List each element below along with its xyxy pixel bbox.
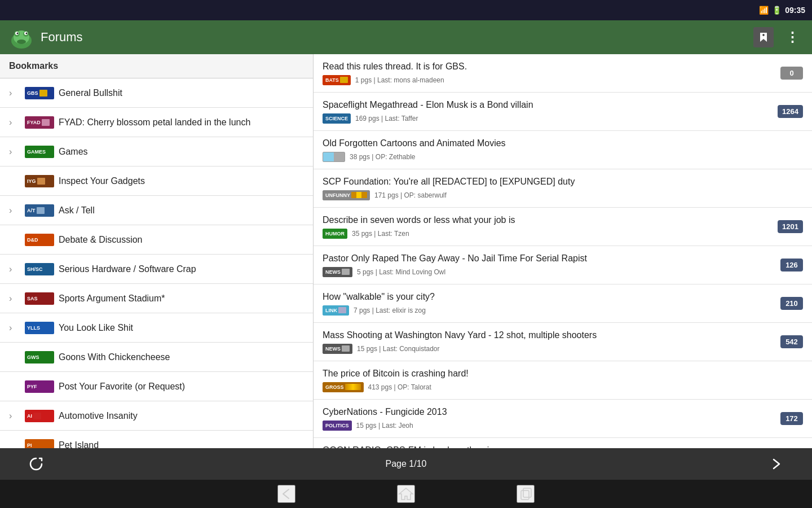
recents-button[interactable] [517,485,535,503]
thread-meta: SCIENCE 169 pgs | Last: Taffer [323,113,771,124]
next-page-button[interactable] [762,450,789,478]
sidebar-item-ai[interactable]: › AI Automotive Insanity [0,401,313,431]
thread-title: Read this rules thread. It is for GBS. [323,61,774,73]
thread-list: Read this rules thread. It is for GBS. B… [314,54,812,448]
thread-pages: 15 pgs | Last: Jeoh [356,422,413,430]
forum-tag-pi: PI [25,439,54,449]
svg-point-6 [17,33,19,34]
thread-title: GOON RADIO: GBS-FM is back on the air [323,445,771,448]
thread-pages: 7 pgs | Last: elixir is zog [354,306,426,314]
thread-item[interactable]: Mass Shooting at Washington Navy Yard - … [314,323,812,361]
forum-name-games: Games [59,147,304,157]
thread-info: The price of Bitcoin is crashing hard! G… [323,368,803,392]
thread-info: Mass Shooting at Washington Navy Yard - … [323,330,774,354]
refresh-button[interactable] [23,450,50,478]
forum-tag-sas: SAS [25,292,54,305]
svg-rect-13 [523,488,531,497]
back-button[interactable] [277,485,295,503]
bottom-nav: Page 1/10 [0,448,812,480]
svg-marker-11 [399,488,413,500]
forum-tag-fyad: FYAD [25,116,54,129]
chevron-icon: › [9,294,20,304]
thread-item[interactable]: Spaceflight Megathread - Elon Musk is a … [314,93,812,131]
sidebar-item-gbs[interactable]: › GBS General Bullshit [0,78,313,108]
reply-count: 172 [780,412,803,425]
thread-title: Mass Shooting at Washington Navy Yard - … [323,330,774,341]
thread-title: Old Forgotten Cartoons and Animated Movi… [323,138,803,150]
reply-count: 0 [780,67,803,80]
sidebar-item-iyg[interactable]: IYG Inspect Your Gadgets [0,167,313,196]
thread-tag: NEWS [323,344,352,354]
thread-item[interactable]: Pastor Only Raped The Gay Away - No Jail… [314,246,812,284]
status-time: 09:35 [785,6,805,15]
forum-name-iyg: Inspect Your Gadgets [59,176,304,186]
thread-pages: 15 pgs | Last: Conquistador [357,345,440,353]
forum-tag-shsc: SH/SC [25,263,54,275]
thread-meta: POLITICS 15 pgs | Last: Jeoh [323,421,774,431]
app-title: Forums [41,30,747,45]
chevron-icon: › [9,147,20,157]
thread-tag: GROSS [323,382,364,392]
app-bar: Forums ⋮ [0,20,812,54]
thread-info: CyberNations - Fungicide 2013 POLITICS 1… [323,406,774,431]
sidebar-item-games[interactable]: › GAMES Games [0,137,313,167]
thread-pages: 171 pgs | OP: saberwulf [374,191,447,199]
forum-name-gws: Goons With Chickencheese [59,352,304,362]
thread-tag: NEWS [323,267,352,277]
thread-item[interactable]: How "walkable" is your city? LINK 7 pgs … [314,284,812,323]
thread-meta: NEWS 15 pgs | Last: Conquistador [323,344,774,354]
thread-item[interactable]: Old Forgotten Cartoons and Animated Movi… [314,131,812,169]
thread-item[interactable]: SCP Foundation: You're all [REDACTED] to… [314,169,812,208]
forum-name-pi: Pet Island [59,440,304,449]
thread-pages: 1 pgs | Last: mons al-madeen [355,76,444,84]
thread-pages: 5 pgs | Last: Mind Loving Owl [357,268,445,276]
thread-item[interactable]: CyberNations - Fungicide 2013 POLITICS 1… [314,400,812,438]
reply-count: 542 [780,335,803,348]
status-bar: 📶 🔋 09:35 [0,0,812,20]
sidebar-item-at[interactable]: › A/T Ask / Tell [0,196,313,225]
forum-tag-dd: D&D [25,234,54,246]
reply-count: 1201 [778,220,803,233]
forum-tag-pyf: PYF [25,380,54,393]
home-button[interactable] [397,485,415,503]
thread-meta: LINK 7 pgs | Last: elixir is zog [323,305,774,316]
thread-item[interactable]: Read this rules thread. It is for GBS. B… [314,54,812,93]
thread-title: Spaceflight Megathread - Elon Musk is a … [323,99,771,111]
reply-count: 1264 [778,105,803,118]
thread-pages: 35 pgs | Last: Tzen [352,230,409,238]
thread-title: SCP Foundation: You're all [REDACTED] to… [323,176,803,188]
chevron-icon: › [9,88,20,98]
forum-name-at: Ask / Tell [59,205,304,216]
sidebar-item-fyad[interactable]: › FYAD FYAD: Cherry blossom petal landed… [0,108,313,137]
sidebar-item-dd[interactable]: D&D Debate & Discussion [0,225,313,255]
sidebar-item-sas[interactable]: › SAS Sports Argument Stadium* [0,284,313,313]
forum-name-ylls: You Look Like Shit [59,323,304,333]
thread-meta: UNFUNNY 171 pgs | OP: saberwulf [323,190,803,200]
thread-pages: 38 pgs | OP: Zethable [350,153,416,161]
thread-info: SCP Foundation: You're all [REDACTED] to… [323,176,803,200]
sidebar-item-gws[interactable]: GWS Goons With Chickencheese [0,343,313,372]
bookmark-button[interactable] [753,27,774,47]
thread-tag: LINK [323,305,349,316]
chevron-icon: › [9,205,20,216]
battery-icon: 🔋 [772,6,782,15]
sidebar-item-ylls[interactable]: › YLLS You Look Like Shit [0,313,313,343]
thread-item[interactable]: The price of Bitcoin is crashing hard! G… [314,361,812,400]
thread-meta: GROSS 413 pgs | OP: Talorat [323,382,803,392]
sidebar-item-pyf[interactable]: PYF Post Your Favorite (or Request) [0,372,313,401]
thread-meta: 38 pgs | OP: Zethable [323,152,803,162]
app-logo [9,25,34,50]
main-content: Bookmarks › GBS General Bullshit › FYAD … [0,54,812,448]
sidebar-item-pi[interactable]: PI Pet Island [0,431,313,448]
page-indicator: Page 1/10 [386,459,427,469]
thread-title: How "walkable" is your city? [323,291,774,303]
thread-title: The price of Bitcoin is crashing hard! [323,368,803,380]
forum-name-sas: Sports Argument Stadium* [59,294,304,304]
thread-item[interactable]: GOON RADIO: GBS-FM is back on the air MU… [314,438,812,448]
sidebar-item-shsc[interactable]: › SH/SC Serious Hardware / Software Crap [0,255,313,284]
android-nav [0,480,812,508]
menu-button[interactable]: ⋮ [783,27,803,47]
thread-tag: UNFUNNY [323,190,370,200]
thread-item[interactable]: Describe in seven words or less what you… [314,208,812,246]
forum-name-dd: Debate & Discussion [59,235,304,245]
